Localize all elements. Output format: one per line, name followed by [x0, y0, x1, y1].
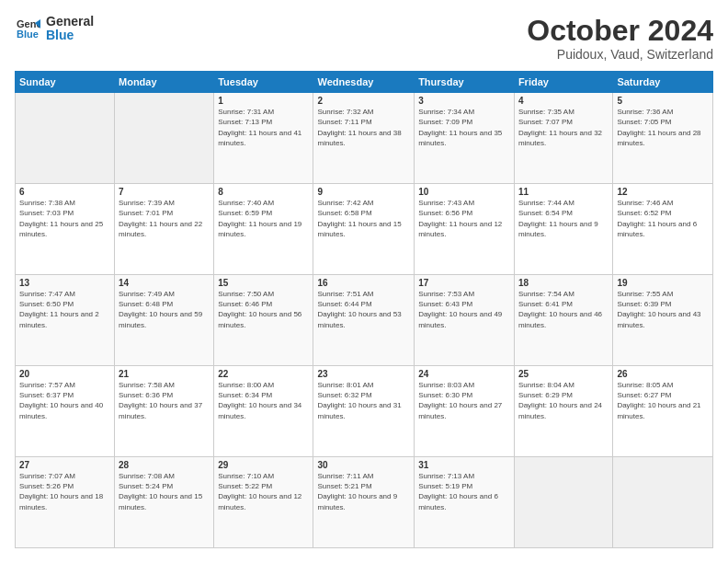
day-info: Sunrise: 7:38 AM Sunset: 7:03 PM Dayligh…	[19, 198, 110, 239]
calendar-cell: 21Sunrise: 7:58 AM Sunset: 6:36 PM Dayli…	[115, 366, 214, 457]
day-info: Sunrise: 8:04 AM Sunset: 6:29 PM Dayligh…	[518, 380, 609, 421]
day-number: 15	[218, 278, 309, 288]
calendar-week-row: 27Sunrise: 7:07 AM Sunset: 5:26 PM Dayli…	[16, 457, 713, 548]
calendar-cell: 3Sunrise: 7:34 AM Sunset: 7:09 PM Daylig…	[415, 93, 515, 184]
day-number: 21	[119, 369, 210, 379]
calendar-cell: 5Sunrise: 7:36 AM Sunset: 7:05 PM Daylig…	[613, 93, 713, 184]
calendar-cell: 17Sunrise: 7:53 AM Sunset: 6:43 PM Dayli…	[415, 275, 515, 366]
calendar-cell: 6Sunrise: 7:38 AM Sunset: 7:03 PM Daylig…	[16, 184, 115, 275]
day-info: Sunrise: 7:35 AM Sunset: 7:07 PM Dayligh…	[518, 107, 609, 148]
calendar-cell: 7Sunrise: 7:39 AM Sunset: 7:01 PM Daylig…	[115, 184, 214, 275]
day-info: Sunrise: 8:00 AM Sunset: 6:34 PM Dayligh…	[218, 380, 309, 421]
day-info: Sunrise: 7:31 AM Sunset: 7:13 PM Dayligh…	[218, 107, 309, 148]
day-number: 18	[518, 278, 609, 288]
day-info: Sunrise: 7:13 AM Sunset: 5:19 PM Dayligh…	[418, 471, 510, 512]
calendar-cell: 23Sunrise: 8:01 AM Sunset: 6:32 PM Dayli…	[313, 366, 415, 457]
day-number: 26	[617, 369, 709, 379]
calendar-cell	[613, 457, 713, 548]
calendar-cell	[115, 93, 214, 184]
calendar-cell: 13Sunrise: 7:47 AM Sunset: 6:50 PM Dayli…	[16, 275, 115, 366]
day-number: 19	[617, 278, 709, 288]
day-info: Sunrise: 7:11 AM Sunset: 5:21 PM Dayligh…	[317, 471, 410, 512]
calendar-cell: 1Sunrise: 7:31 AM Sunset: 7:13 PM Daylig…	[214, 93, 313, 184]
day-number: 16	[317, 278, 410, 288]
day-number: 30	[317, 460, 410, 470]
day-number: 3	[418, 96, 510, 106]
day-info: Sunrise: 7:53 AM Sunset: 6:43 PM Dayligh…	[418, 289, 510, 330]
weekday-header-friday: Friday	[514, 72, 612, 93]
day-number: 27	[19, 460, 110, 470]
calendar-cell: 18Sunrise: 7:54 AM Sunset: 6:41 PM Dayli…	[514, 275, 612, 366]
day-number: 31	[418, 460, 510, 470]
day-number: 25	[518, 369, 609, 379]
day-info: Sunrise: 7:44 AM Sunset: 6:54 PM Dayligh…	[518, 198, 609, 239]
calendar-cell: 27Sunrise: 7:07 AM Sunset: 5:26 PM Dayli…	[16, 457, 115, 548]
weekday-header-row: SundayMondayTuesdayWednesdayThursdayFrid…	[16, 72, 713, 93]
calendar-cell: 15Sunrise: 7:50 AM Sunset: 6:46 PM Dayli…	[214, 275, 313, 366]
day-number: 4	[518, 96, 609, 106]
weekday-header-thursday: Thursday	[415, 72, 515, 93]
calendar-cell: 22Sunrise: 8:00 AM Sunset: 6:34 PM Dayli…	[214, 366, 313, 457]
location-subtitle: Puidoux, Vaud, Switzerland	[527, 47, 713, 62]
calendar-cell: 10Sunrise: 7:43 AM Sunset: 6:56 PM Dayli…	[415, 184, 515, 275]
logo-line2: Blue	[46, 29, 94, 42]
day-number: 29	[218, 460, 309, 470]
calendar-cell: 11Sunrise: 7:44 AM Sunset: 6:54 PM Dayli…	[514, 184, 612, 275]
calendar-cell: 16Sunrise: 7:51 AM Sunset: 6:44 PM Dayli…	[313, 275, 415, 366]
calendar-cell: 30Sunrise: 7:11 AM Sunset: 5:21 PM Dayli…	[313, 457, 415, 548]
day-number: 17	[418, 278, 510, 288]
day-number: 20	[19, 369, 110, 379]
calendar-week-row: 1Sunrise: 7:31 AM Sunset: 7:13 PM Daylig…	[16, 93, 713, 184]
day-number: 14	[119, 278, 210, 288]
day-number: 23	[317, 369, 410, 379]
day-info: Sunrise: 7:55 AM Sunset: 6:39 PM Dayligh…	[617, 289, 709, 330]
day-info: Sunrise: 7:58 AM Sunset: 6:36 PM Dayligh…	[119, 380, 210, 421]
weekday-header-wednesday: Wednesday	[313, 72, 415, 93]
calendar-week-row: 6Sunrise: 7:38 AM Sunset: 7:03 PM Daylig…	[16, 184, 713, 275]
day-number: 24	[418, 369, 510, 379]
day-info: Sunrise: 7:47 AM Sunset: 6:50 PM Dayligh…	[19, 289, 110, 330]
weekday-header-sunday: Sunday	[16, 72, 115, 93]
calendar-cell: 4Sunrise: 7:35 AM Sunset: 7:07 PM Daylig…	[514, 93, 612, 184]
calendar-cell: 14Sunrise: 7:49 AM Sunset: 6:48 PM Dayli…	[115, 275, 214, 366]
day-number: 9	[317, 187, 410, 197]
logo-line1: General	[46, 15, 94, 29]
day-info: Sunrise: 8:05 AM Sunset: 6:27 PM Dayligh…	[617, 380, 709, 421]
day-info: Sunrise: 7:42 AM Sunset: 6:58 PM Dayligh…	[317, 198, 410, 239]
day-info: Sunrise: 7:50 AM Sunset: 6:46 PM Dayligh…	[218, 289, 309, 330]
calendar-table: SundayMondayTuesdayWednesdayThursdayFrid…	[15, 71, 713, 548]
day-number: 22	[218, 369, 309, 379]
day-number: 7	[119, 187, 210, 197]
calendar-week-row: 20Sunrise: 7:57 AM Sunset: 6:37 PM Dayli…	[16, 366, 713, 457]
weekday-header-saturday: Saturday	[613, 72, 713, 93]
calendar-cell: 20Sunrise: 7:57 AM Sunset: 6:37 PM Dayli…	[16, 366, 115, 457]
logo-icon: General Blue	[15, 16, 40, 41]
calendar-cell: 29Sunrise: 7:10 AM Sunset: 5:22 PM Dayli…	[214, 457, 313, 548]
header: General Blue General Blue October 2024 P…	[15, 15, 713, 62]
day-info: Sunrise: 7:51 AM Sunset: 6:44 PM Dayligh…	[317, 289, 410, 330]
weekday-header-monday: Monday	[115, 72, 214, 93]
day-info: Sunrise: 7:54 AM Sunset: 6:41 PM Dayligh…	[518, 289, 609, 330]
logo: General Blue General Blue	[15, 15, 94, 43]
day-number: 10	[418, 187, 510, 197]
calendar-cell: 12Sunrise: 7:46 AM Sunset: 6:52 PM Dayli…	[613, 184, 713, 275]
calendar-cell: 28Sunrise: 7:08 AM Sunset: 5:24 PM Dayli…	[115, 457, 214, 548]
calendar-week-row: 13Sunrise: 7:47 AM Sunset: 6:50 PM Dayli…	[16, 275, 713, 366]
day-number: 28	[119, 460, 210, 470]
day-info: Sunrise: 8:03 AM Sunset: 6:30 PM Dayligh…	[418, 380, 510, 421]
month-title: October 2024	[527, 15, 713, 47]
day-number: 11	[518, 187, 609, 197]
calendar-cell: 2Sunrise: 7:32 AM Sunset: 7:11 PM Daylig…	[313, 93, 415, 184]
calendar-cell	[16, 93, 115, 184]
day-info: Sunrise: 7:36 AM Sunset: 7:05 PM Dayligh…	[617, 107, 709, 148]
day-number: 5	[617, 96, 709, 106]
day-info: Sunrise: 7:40 AM Sunset: 6:59 PM Dayligh…	[218, 198, 309, 239]
day-info: Sunrise: 7:10 AM Sunset: 5:22 PM Dayligh…	[218, 471, 309, 512]
calendar-cell: 31Sunrise: 7:13 AM Sunset: 5:19 PM Dayli…	[415, 457, 515, 548]
calendar-cell: 26Sunrise: 8:05 AM Sunset: 6:27 PM Dayli…	[613, 366, 713, 457]
calendar-cell: 9Sunrise: 7:42 AM Sunset: 6:58 PM Daylig…	[313, 184, 415, 275]
calendar-cell: 25Sunrise: 8:04 AM Sunset: 6:29 PM Dayli…	[514, 366, 612, 457]
day-info: Sunrise: 7:32 AM Sunset: 7:11 PM Dayligh…	[317, 107, 410, 148]
calendar-cell: 19Sunrise: 7:55 AM Sunset: 6:39 PM Dayli…	[613, 275, 713, 366]
title-block: October 2024 Puidoux, Vaud, Switzerland	[527, 15, 713, 62]
